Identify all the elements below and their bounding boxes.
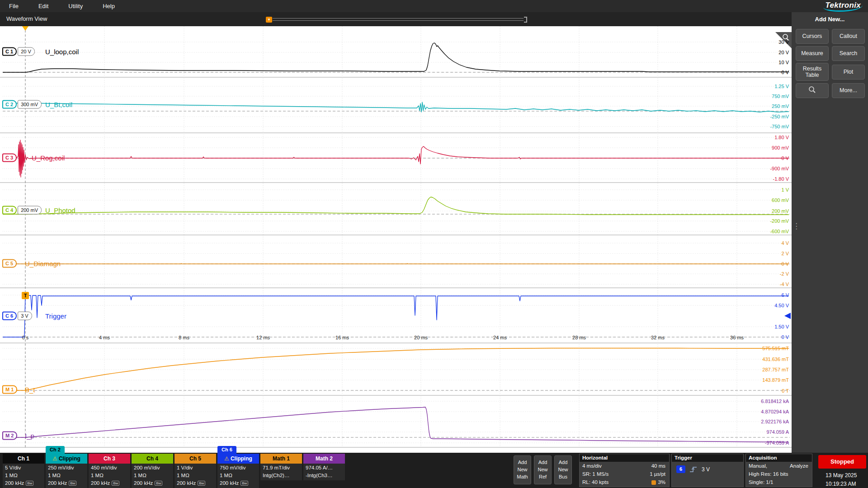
waveform-u-rog-coil[interactable] — [3, 140, 789, 177]
channel-card-tab: Ch 2 — [46, 446, 65, 454]
channel-badge-c-2[interactable]: C 2300 mV — [2, 100, 42, 109]
add-new-math-button[interactable]: Add New Math — [514, 455, 531, 484]
channel-card-ch-5[interactable]: Ch 51 V/div1 MΩ200 kHzBw — [175, 454, 216, 488]
scale-label-c-4: -600 mV — [770, 229, 789, 234]
channel-card-math-2[interactable]: Math 2974.05 A/…-Intg(Ch3… — [303, 454, 345, 480]
waveform-canvas[interactable] — [0, 26, 792, 453]
menu-bar: File Edit Utility Help Tektronix — [0, 0, 868, 12]
waveform-i-p[interactable] — [3, 407, 789, 442]
waveform-u-diamagn[interactable] — [3, 263, 789, 264]
horizontal-position-indicator[interactable]: ▾ — [266, 16, 527, 23]
channel-scale-chip: 200 mV — [18, 206, 42, 215]
trigger-source-marker[interactable]: T — [22, 292, 29, 299]
time-axis-label: 24 ms — [493, 335, 507, 340]
trigger-level-arrow-icon[interactable] — [784, 313, 791, 319]
trigger-level: 3 V — [702, 466, 710, 473]
channel-card-tab: Ch 6 — [217, 446, 236, 454]
menu-utility[interactable]: Utility — [68, 3, 83, 9]
channel-card-line: 1 MΩ — [134, 472, 171, 479]
channel-card-line: 200 kHzBw — [220, 479, 257, 487]
bottom-bar: Ch 15 V/div1 MΩ200 kHzBwCh 2⚠Clipping250… — [0, 453, 868, 488]
waveform-trigger[interactable] — [3, 296, 789, 337]
scale-label-c-1: 10 V — [778, 60, 789, 65]
channel-card-line: 200 kHzBw — [177, 479, 214, 487]
scale-label-c-4: 200 mV — [772, 209, 789, 214]
channel-label-u-rog-coil[interactable]: U_Rog,coil — [32, 154, 65, 162]
channel-card-ch-1[interactable]: Ch 15 V/div1 MΩ200 kHzBw — [3, 454, 44, 488]
acquisition-mode: Manual, — [749, 462, 767, 470]
time-axis-label: 0 s — [22, 335, 29, 340]
trigger-panel[interactable]: Trigger 6 3 V — [671, 454, 744, 487]
add-new-ref-button[interactable]: Add New Ref — [534, 455, 552, 484]
scale-label-c-6: 4.50 V — [774, 303, 789, 308]
channel-card-ch-3[interactable]: Ch 3450 mV/div1 MΩ200 kHzBw — [89, 454, 130, 488]
channel-card-line: 200 kHzBw — [48, 479, 85, 487]
waveform-u-photod[interactable] — [3, 197, 789, 215]
trigger-source-badge[interactable]: 6 — [676, 465, 685, 473]
results-table-button[interactable]: Results Table — [796, 63, 829, 81]
channel-id-chip: M 2 — [2, 432, 17, 440]
channel-label-trigger[interactable]: Trigger — [45, 312, 66, 320]
channel-badge-c-6[interactable]: C 63 V — [2, 312, 32, 320]
zoom-button[interactable] — [796, 83, 829, 98]
stopped-button[interactable]: Stopped — [818, 455, 866, 469]
plot-button[interactable]: Plot — [832, 65, 865, 80]
channel-badge-c-3[interactable]: C 3 — [2, 154, 17, 162]
channel-label-u-loop-coil[interactable]: U_loop,coil — [45, 48, 79, 56]
channel-label-u-bt-coil[interactable]: U_Bt,coil — [45, 101, 72, 108]
channel-badge-c-5[interactable]: C 5 — [2, 259, 17, 268]
scale-label-m-2: -974.059 A — [765, 441, 789, 446]
menu-edit[interactable]: Edit — [38, 3, 48, 9]
channel-label-u-diamagn[interactable]: U_Diamagn — [25, 260, 61, 267]
menu-help[interactable]: Help — [103, 3, 115, 9]
channel-badge-m-1[interactable]: M 1 — [2, 385, 17, 394]
channel-id-chip: M 1 — [2, 385, 17, 394]
channel-badge-c-4[interactable]: C 4200 mV — [2, 206, 42, 215]
waveform-u-bt-coil[interactable] — [3, 102, 789, 112]
acquisition-panel[interactable]: Acquisition Manual, Analyze High Res: 16… — [745, 454, 812, 487]
scale-label-m-1: 287.757 mT — [762, 367, 789, 372]
panel-splitter-handle[interactable]: ⋮ — [793, 222, 800, 230]
scale-label-m-2: 4.870294 kA — [761, 409, 789, 414]
channel-card-line: 1 MΩ — [5, 472, 42, 479]
scale-label-c-4: 1 V — [781, 188, 789, 192]
channel-badge-c-1[interactable]: C 120 V — [2, 47, 35, 56]
scale-label-c-3: 900 mV — [772, 145, 789, 150]
datetime: 13 May 2025 10:19:23 AM — [826, 471, 857, 488]
channel-card-header: Math 2 — [303, 454, 345, 464]
trigger-position-icon[interactable] — [22, 26, 28, 31]
add-new-bus-button[interactable]: Add New Bus — [554, 455, 572, 484]
waveform-u-loop-coil[interactable] — [3, 43, 789, 72]
channel-card-ch-4[interactable]: Ch 4200 mV/div1 MΩ200 kHzBw — [132, 454, 173, 488]
bandwidth-limit-icon: Bw — [198, 481, 205, 486]
scale-label-c-5: 0 V — [781, 262, 789, 267]
channel-card-math-1[interactable]: Math 171.9 mT/divIntg(Ch2)… — [260, 454, 302, 480]
search-button[interactable]: Search — [832, 46, 865, 61]
measure-button[interactable]: Measure — [796, 46, 829, 61]
channel-card-line: 1 MΩ — [220, 472, 257, 479]
horizontal-panel[interactable]: Horizontal 4 ms/div 40 ms SR: 1 MS/s 1 µ… — [579, 454, 670, 487]
channel-badge-m-2[interactable]: M 2 — [2, 432, 17, 440]
channel-card-line: 1 MΩ — [48, 472, 85, 479]
more-button[interactable]: More... — [832, 83, 865, 98]
channel-card-ch-6[interactable]: Ch 6⚠Clipping750 mV/div1 MΩ200 kHzBw — [217, 454, 259, 488]
waveform-b-t[interactable] — [3, 348, 789, 391]
scale-label-m-1: 431.636 mT — [762, 357, 789, 362]
expansion-point-icon[interactable]: ▾ — [266, 17, 272, 23]
channel-cards: Ch 15 V/div1 MΩ200 kHzBwCh 2⚠Clipping250… — [3, 454, 345, 488]
cursors-button[interactable]: Cursors — [796, 29, 829, 44]
channel-card-line: 200 kHzBw — [91, 479, 128, 487]
waveform-plot[interactable]: T C 120 VU_loop,coil30 V20 V10 V0 VC 230… — [0, 26, 792, 453]
menu-file[interactable]: File — [9, 3, 19, 9]
channel-card-header: Ch 1 — [3, 454, 44, 464]
channel-label-u-photod[interactable]: U_Photod — [45, 206, 75, 214]
channel-label-i-p[interactable]: I_p — [25, 432, 34, 440]
sample-interval: 1 µs/pt — [650, 470, 665, 478]
channel-label-b-t[interactable]: B_t — [25, 386, 35, 394]
callout-button[interactable]: Callout — [832, 29, 865, 44]
scale-label-c-5: 4 V — [781, 241, 789, 246]
channel-card-body: 71.9 mT/divIntg(Ch2)… — [260, 464, 302, 480]
channel-card-ch-2[interactable]: Ch 2⚠Clipping250 mV/div1 MΩ200 kHzBw — [46, 454, 87, 488]
channel-card-body: 450 mV/div1 MΩ200 kHzBw — [89, 464, 130, 488]
channel-card-line: 974.05 A/… — [306, 464, 343, 472]
